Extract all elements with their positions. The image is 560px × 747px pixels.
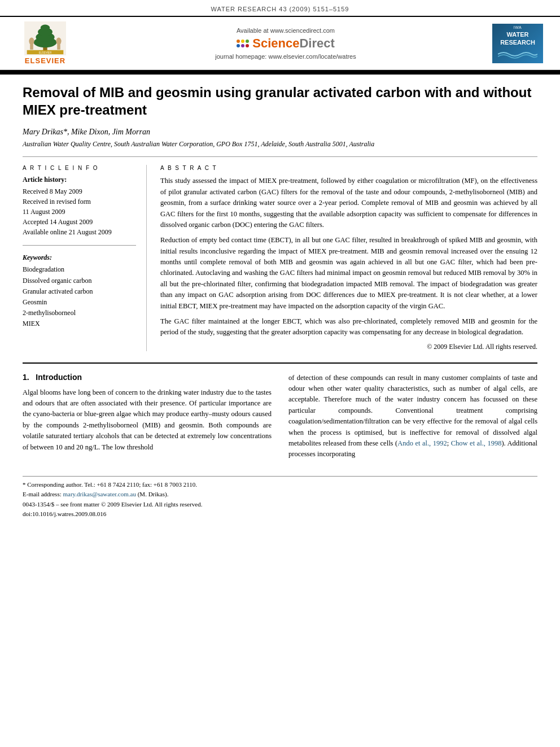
body-right: of detection of these compounds can resu… [288, 373, 537, 465]
journal-header-text: WATER RESEARCH 43 (2009) 5151–5159 [211, 6, 349, 12]
footnote-doi: doi:10.1016/j.watres.2009.08.016 [23, 509, 537, 519]
wr-badge-title: WATER RESEARCH [500, 31, 535, 46]
footnote-email: E-mail address: mary.drikas@sawater.com.… [23, 490, 537, 500]
revised2: 11 August 2009 [23, 207, 136, 217]
section-title-text: Introduction [36, 373, 82, 382]
sciencedirect-text: ScienceDirect [252, 36, 335, 51]
article-title: Removal of MIB and geosmin using granula… [23, 84, 537, 119]
footnote-corresponding: * Corresponding author. Tel.: +61 8 7424… [23, 480, 537, 490]
ref-chow[interactable]: Chow et al., 1998 [451, 439, 502, 447]
revised: Received in revised form [23, 196, 136, 207]
article-info-col: A R T I C L E I N F O Article history: R… [23, 165, 147, 351]
intro-para2: of detection of these compounds can resu… [288, 373, 537, 460]
keyword-3: Granular activated carbon [23, 286, 136, 297]
sciencedirect-logo: ScienceDirect [237, 36, 335, 51]
svg-text:ELSEVIER: ELSEVIER [39, 51, 52, 54]
abstract-label: A B S T R A C T [160, 165, 537, 171]
abstract-para2: Reduction of empty bed contact time (EBC… [160, 235, 537, 312]
footnote-copyright: 0043-1354/$ – see front matter © 2009 El… [23, 500, 537, 510]
water-research-badge: IWA WATER RESEARCH [492, 24, 543, 63]
footnote-email-link[interactable]: mary.drikas@sawater.com.au [63, 491, 135, 497]
dot-orange [237, 40, 240, 43]
keywords-label: Keywords: [23, 254, 136, 262]
two-col-body: 1. Introduction Algal blooms have long b… [23, 373, 537, 465]
copyright-line: © 2009 Elsevier Ltd. All rights reserved… [160, 343, 537, 351]
logos-bar: ELSEVIER ELSEVIER Available at www.scien… [0, 16, 560, 70]
keywords-block: Keywords: Biodegradation Dissolved organ… [23, 254, 136, 329]
section-number: 1. [23, 373, 29, 382]
keyword-4: Geosmin [23, 297, 136, 308]
wr-badge-top: IWA [514, 25, 522, 30]
elsevier-logo: ELSEVIER ELSEVIER [11, 21, 79, 65]
journal-homepage: journal homepage: www.elsevier.com/locat… [215, 53, 356, 60]
svg-point-5 [41, 25, 50, 31]
authors-text: Mary Drikas*, Mike Dixon, Jim Morran [23, 128, 150, 136]
received1: Received 8 May 2009 [23, 186, 136, 196]
keyword-2: Dissolved organic carbon [23, 276, 136, 286]
available-text: Available at www.sciencedirect.com [237, 27, 335, 34]
wr-badge-waves [498, 49, 537, 62]
affiliation: Australian Water Quality Centre, South A… [23, 140, 537, 148]
sd-dots [237, 40, 249, 47]
center-header: Available at www.sciencedirect.com [79, 27, 492, 60]
dot-red [246, 44, 249, 47]
keyword-5: 2-methylisoborneol [23, 308, 136, 318]
elsevier-text: ELSEVIER [25, 56, 65, 65]
abstract-col: A B S T R A C T This study assessed the … [160, 165, 537, 351]
page-wrapper: WATER RESEARCH 43 (2009) 5151–5159 [0, 0, 560, 528]
black-bar [0, 70, 560, 75]
article-info-label: A R T I C L E I N F O [23, 165, 136, 171]
svg-rect-9 [57, 45, 60, 50]
authors: Mary Drikas*, Mike Dixon, Jim Morran [23, 128, 537, 137]
dot-purple [241, 44, 244, 47]
keyword-6: MIEX [23, 318, 136, 329]
info-divider [23, 245, 136, 246]
ref-ando[interactable]: Ando et al., 1992 [397, 439, 447, 447]
abstract-para3: The GAC filter maintained at the longer … [160, 316, 537, 338]
bottom-content: 1. Introduction Algal blooms have long b… [23, 362, 537, 465]
dot-blue [237, 44, 240, 47]
elsevier-tree-icon: ELSEVIER [23, 21, 68, 55]
abstract-para1: This study assessed the impact of MIEX p… [160, 176, 537, 230]
main-content: Removal of MIB and geosmin using granula… [0, 75, 560, 528]
footnote-area: * Corresponding author. Tel.: +61 8 7424… [23, 476, 537, 519]
dot-yellow [241, 40, 244, 43]
history-label: Article history: [23, 176, 136, 184]
intro-para1: Algal blooms have long been of concern t… [23, 387, 272, 453]
dot-green [246, 40, 249, 43]
available-online: Available online 21 August 2009 [23, 227, 136, 237]
divider [23, 156, 537, 157]
article-history: Article history: Received 8 May 2009 Rec… [23, 176, 136, 237]
body-left: 1. Introduction Algal blooms have long b… [23, 373, 272, 465]
svg-point-6 [29, 38, 34, 45]
two-col-info: A R T I C L E I N F O Article history: R… [23, 165, 537, 351]
journal-header: WATER RESEARCH 43 (2009) 5151–5159 [0, 0, 560, 16]
accepted: Accepted 14 August 2009 [23, 217, 136, 227]
svg-point-8 [56, 38, 61, 45]
keyword-1: Biodegradation [23, 264, 136, 275]
svg-rect-7 [30, 45, 33, 50]
section-title: 1. Introduction [23, 373, 272, 382]
